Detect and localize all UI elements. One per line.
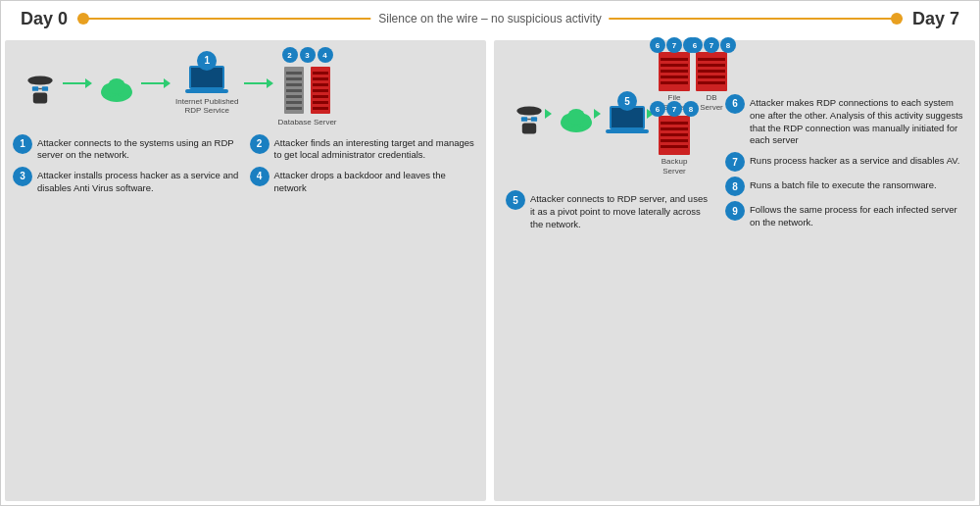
svg-rect-22 xyxy=(313,72,328,75)
bk-badge-7: 7 xyxy=(666,101,682,117)
arrow-2 xyxy=(141,76,171,91)
timeline-bar: Day 0 Silence on the wire – no suspiciou… xyxy=(1,1,979,36)
svg-rect-28 xyxy=(313,107,328,110)
step-4-text: Attacker drops a backdoor and leaves the… xyxy=(274,170,479,195)
svg-rect-16 xyxy=(286,83,302,86)
svg-rect-26 xyxy=(313,95,328,98)
svg-rect-59 xyxy=(661,145,688,148)
step-badge-5: 5 xyxy=(506,190,525,210)
backup-server-label: BackupServer xyxy=(662,157,688,176)
db-server-icon-block: 2 3 4 xyxy=(278,62,337,127)
step-9-text: Follows the same process for each infect… xyxy=(750,204,963,229)
step-3: 3 Attacker installs process hacker as a … xyxy=(13,170,242,195)
arrow-1 xyxy=(63,76,92,91)
step-badge-7: 7 xyxy=(725,152,745,172)
step-badge-4: 4 xyxy=(250,167,270,186)
step-badge-2: 2 xyxy=(250,134,270,154)
day7-label: Day 7 xyxy=(912,9,959,29)
backup-server-block: 6 7 8 xyxy=(659,116,690,176)
db-server-icon xyxy=(283,62,332,116)
step-2-text: Attacker finds an interesting target and… xyxy=(274,137,479,163)
svg-point-38 xyxy=(567,109,585,125)
step-4: 4 Attacker drops a backdoor and leaves t… xyxy=(250,170,479,195)
day0-icons-row: 1 Internet PublishedRDP Service 2 3 4 xyxy=(13,48,478,133)
step5-area: 5 Attacker connects to RDP server, and u… xyxy=(502,193,717,230)
step-1-text: Attacker connects to the systems using a… xyxy=(37,137,242,163)
day7-icons-row: 5 xyxy=(502,48,717,193)
db-server-right-block: 6 7 8 xyxy=(696,52,727,112)
step-badge-9: 9 xyxy=(725,201,745,221)
bk-badge-8: 8 xyxy=(683,101,699,117)
svg-rect-11 xyxy=(191,68,222,87)
db-badge-7: 7 xyxy=(704,37,719,53)
svg-rect-55 xyxy=(661,122,688,125)
svg-rect-50 xyxy=(698,64,725,67)
laptop-label: Internet PublishedRDP Service xyxy=(175,97,239,116)
svg-rect-18 xyxy=(286,95,302,98)
svg-rect-2 xyxy=(32,87,38,92)
svg-rect-31 xyxy=(521,117,527,122)
laptop-icon-block: 1 Internet PublishedRDP Service xyxy=(175,64,239,116)
step-badge-8: 8 xyxy=(725,177,745,196)
panel-day0: 1 Internet PublishedRDP Service 2 3 4 xyxy=(5,40,486,501)
svg-rect-14 xyxy=(286,72,302,75)
d7-laptop-icon-block: 5 xyxy=(606,104,649,135)
arrow-3 xyxy=(244,76,273,91)
svg-rect-15 xyxy=(286,77,302,80)
svg-rect-40 xyxy=(612,108,643,127)
svg-rect-41 xyxy=(606,129,649,133)
cloud-icon-block xyxy=(97,75,136,104)
svg-rect-43 xyxy=(661,58,688,61)
badge-5: 5 xyxy=(617,91,637,111)
svg-rect-12 xyxy=(185,89,228,93)
svg-rect-17 xyxy=(286,89,302,92)
step-5: 5 Attacker connects to RDP server, and u… xyxy=(506,193,711,230)
svg-rect-3 xyxy=(42,87,48,92)
hacker-icon xyxy=(23,72,58,107)
svg-rect-47 xyxy=(661,81,688,84)
step-3-text: Attacker installs process hacker as a se… xyxy=(37,170,242,195)
svg-rect-24 xyxy=(313,83,328,86)
panel-day7: 5 xyxy=(494,40,975,501)
step-badge-1: 1 xyxy=(13,134,32,154)
svg-rect-56 xyxy=(661,127,688,130)
step-1: 1 Attacker connects to the systems using… xyxy=(13,137,242,163)
fs-badge-7: 7 xyxy=(666,37,682,53)
db-server-label: Database Server xyxy=(278,118,337,127)
svg-rect-46 xyxy=(661,76,688,78)
step-5-text: Attacker connects to RDP server, and use… xyxy=(530,193,711,230)
db-server-right-label: DBServer xyxy=(700,93,723,112)
hacker-icon-block xyxy=(23,72,58,107)
svg-point-9 xyxy=(108,78,125,94)
panels: 1 Internet PublishedRDP Service 2 3 4 xyxy=(1,36,979,505)
svg-rect-32 xyxy=(531,117,537,122)
svg-rect-5 xyxy=(33,93,47,104)
main-container: Day 0 Silence on the wire – no suspiciou… xyxy=(0,0,980,506)
step-6-text: Attacker makes RDP connections to each s… xyxy=(750,97,963,147)
step-8-text: Runs a batch file to execute the ransomw… xyxy=(750,179,937,192)
db-badge-6: 6 xyxy=(687,37,703,53)
svg-rect-27 xyxy=(313,101,328,104)
svg-rect-45 xyxy=(661,70,688,73)
svg-rect-57 xyxy=(661,133,688,136)
badge-1: 1 xyxy=(197,51,217,71)
d7-cloud-icon xyxy=(557,105,596,134)
day0-steps: 1 Attacker connects to the systems using… xyxy=(13,137,478,195)
db-server-right-icon xyxy=(696,52,727,91)
d7-cloud-icon-block xyxy=(557,105,596,134)
svg-rect-1 xyxy=(29,78,51,83)
svg-rect-34 xyxy=(522,124,536,134)
step-7-text: Runs process hacker as a service and dis… xyxy=(750,155,959,168)
badge-4: 4 xyxy=(318,47,333,63)
svg-rect-20 xyxy=(286,107,302,110)
timeline-line: Silence on the wire – no suspicious acti… xyxy=(77,13,903,25)
step-9: 9 Follows the same process for each infe… xyxy=(725,204,963,229)
step-6: 6 Attacker makes RDP connections to each… xyxy=(725,97,963,147)
db-badge-8: 8 xyxy=(720,37,736,53)
step-badge-6: 6 xyxy=(725,94,745,114)
fs-badge-6: 6 xyxy=(650,37,665,53)
d7-hacker-icon-block xyxy=(512,102,547,137)
svg-rect-19 xyxy=(286,101,302,104)
svg-rect-53 xyxy=(698,81,725,84)
step-7: 7 Runs process hacker as a service and d… xyxy=(725,155,963,172)
